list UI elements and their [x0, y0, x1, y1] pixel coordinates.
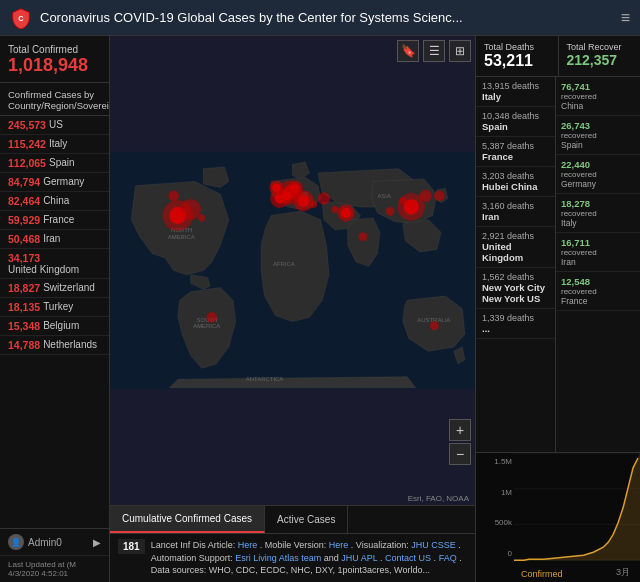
- bookmark-icon[interactable]: 🔖: [397, 40, 419, 62]
- svg-point-30: [434, 191, 444, 201]
- death-count: 13,915 deaths: [482, 81, 549, 91]
- total-confirmed-label: Total Confirmed: [8, 44, 101, 55]
- death-country: Spain: [482, 121, 549, 132]
- recovered-count: 18,278: [561, 198, 635, 209]
- list-item[interactable]: 245,573US: [0, 116, 109, 135]
- menu-icon[interactable]: ≡: [621, 9, 630, 27]
- map-tabs: Cumulative Confirmed Cases Active Cases: [110, 505, 475, 533]
- list-item: 26,743recoveredSpain: [556, 116, 640, 155]
- list-item[interactable]: 34,173United Kingdom: [0, 249, 109, 279]
- chart-area: 1.5M 1M 500k 0 3月 Confirmed: [476, 452, 640, 582]
- main-content: Total Confirmed 1,018,948 Confirmed Case…: [0, 36, 640, 582]
- total-confirmed-value: 1,018,948: [8, 55, 101, 76]
- info-text: Lancet Inf Dis Article: Here . Mobile Ve…: [151, 539, 467, 577]
- svg-point-37: [180, 199, 200, 219]
- deaths-list: 13,915 deathsItaly10,348 deathsSpain5,38…: [476, 77, 556, 452]
- list-item[interactable]: 115,242Italy: [0, 135, 109, 154]
- admin-bar[interactable]: 👤 Admin0 ▶: [0, 528, 109, 555]
- svg-point-22: [341, 208, 351, 218]
- country-count: 112,065: [8, 157, 46, 169]
- list-item[interactable]: 84,794Germany: [0, 173, 109, 192]
- tab-cumulative[interactable]: Cumulative Confirmed Cases: [110, 506, 265, 533]
- grid-icon[interactable]: ⊞: [449, 40, 471, 62]
- recovered-list: 76,741recoveredChina26,743recoveredSpain…: [556, 77, 640, 452]
- y-label-1m: 1M: [478, 488, 512, 497]
- list-icon[interactable]: ☰: [423, 40, 445, 62]
- mobile-text: . Mobile Version:: [260, 540, 329, 550]
- death-count: 10,348 deaths: [482, 111, 549, 121]
- chart-x-label: 3月: [616, 566, 630, 579]
- list-item[interactable]: 18,827Switzerland: [0, 279, 109, 298]
- list-item: 10,348 deathsSpain: [476, 107, 555, 137]
- list-item: 76,741recoveredChina: [556, 77, 640, 116]
- recovered-label: recovered: [561, 131, 635, 140]
- svg-point-33: [430, 322, 438, 330]
- jhu-apl-link[interactable]: JHU APL: [341, 553, 377, 563]
- here-link-2[interactable]: Here: [329, 540, 349, 550]
- list-item[interactable]: 59,929France: [0, 211, 109, 230]
- list-item[interactable]: 15,348Belgium: [0, 317, 109, 336]
- death-country: Iran: [482, 211, 549, 222]
- recovered-country: Spain: [561, 140, 635, 150]
- country-name: Italy: [49, 138, 67, 150]
- total-recovered-value: 212,357: [567, 52, 633, 68]
- stats-header: Total Deaths 53,211 Total Recover 212,35…: [476, 36, 640, 77]
- country-name: Netherlands: [43, 339, 97, 351]
- country-count: 245,573: [8, 119, 46, 131]
- list-item: 1,339 deaths...: [476, 309, 555, 339]
- svg-point-16: [298, 195, 310, 207]
- admin-arrow-icon[interactable]: ▶: [93, 537, 101, 548]
- recovered-label: recovered: [561, 248, 635, 257]
- country-count: 18,827: [8, 282, 40, 294]
- recovered-country: Iran: [561, 257, 635, 267]
- recovered-label: recovered: [561, 170, 635, 179]
- list-item: 18,278recoveredItaly: [556, 194, 640, 233]
- death-country: Italy: [482, 91, 549, 102]
- tab-active[interactable]: Active Cases: [265, 506, 348, 533]
- faq-link[interactable]: FAQ: [439, 553, 457, 563]
- country-count: 50,468: [8, 233, 40, 245]
- country-count: 34,173: [8, 252, 40, 264]
- zoom-in-button[interactable]: +: [449, 419, 471, 441]
- country-name: United Kingdom: [8, 264, 79, 275]
- vis-text: . Visualization:: [351, 540, 411, 550]
- esri-attribution: Esri, FAO, NOAA: [408, 494, 469, 503]
- list-item[interactable]: 18,135Turkey: [0, 298, 109, 317]
- lancet-text: Lancet Inf Dis Article:: [151, 540, 238, 550]
- country-name: US: [49, 119, 63, 131]
- svg-point-35: [318, 193, 330, 205]
- last-updated-text: Last Updated at (M 4/3/2020 4:52:01: [0, 555, 109, 582]
- zoom-out-button[interactable]: −: [449, 443, 471, 465]
- svg-point-31: [420, 190, 432, 202]
- list-item[interactable]: 82,464China: [0, 192, 109, 211]
- contact-link[interactable]: Contact US: [385, 553, 431, 563]
- death-country: Hubei China: [482, 181, 549, 192]
- recovered-label: recovered: [561, 92, 635, 101]
- esri-link[interactable]: Esri Living Atlas team: [235, 553, 321, 563]
- country-name: Turkey: [43, 301, 73, 313]
- svg-text:C: C: [18, 13, 24, 22]
- recovered-count: 12,548: [561, 276, 635, 287]
- jhu-link[interactable]: JHU CSSE: [411, 540, 456, 550]
- admin-icon: 👤: [8, 534, 24, 550]
- map-container[interactable]: 🔖 ☰ ⊞: [110, 36, 475, 505]
- country-name: Switzerland: [43, 282, 95, 294]
- country-count: 84,794: [8, 176, 40, 188]
- total-deaths-value: 53,211: [484, 52, 550, 70]
- chart-y-axis: 1.5M 1M 500k 0: [476, 453, 514, 562]
- data-count-badge: 181: [118, 539, 145, 554]
- total-deaths-label: Total Deaths: [484, 42, 550, 52]
- here-link-1[interactable]: Here: [238, 540, 258, 550]
- country-list[interactable]: 245,573US115,242Italy112,065Spain84,794G…: [0, 116, 109, 528]
- app-header: C Coronavirus COVID-19 Global Cases by t…: [0, 0, 640, 36]
- svg-point-32: [207, 312, 217, 322]
- country-name: Germany: [43, 176, 84, 188]
- list-item[interactable]: 112,065Spain: [0, 154, 109, 173]
- y-label-1.5m: 1.5M: [478, 457, 512, 466]
- list-item[interactable]: 14,788Netherlands: [0, 336, 109, 355]
- list-item[interactable]: 50,468Iran: [0, 230, 109, 249]
- y-label-500k: 500k: [478, 518, 512, 527]
- country-count: 14,788: [8, 339, 40, 351]
- zoom-controls: + −: [449, 419, 471, 465]
- svg-point-34: [169, 191, 179, 201]
